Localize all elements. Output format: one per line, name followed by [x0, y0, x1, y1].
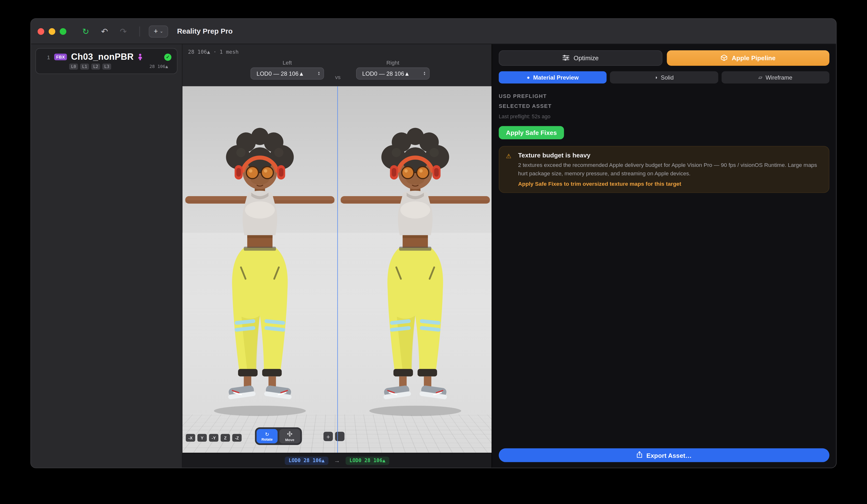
character-icon: [138, 54, 143, 60]
titlebar: ↻ ↶ ↷ + ⌄ Reality Prep Pro: [31, 19, 836, 44]
axis-buttons: -X Y -Y Z -Z: [186, 434, 242, 442]
axis-button-y[interactable]: Y: [197, 434, 207, 442]
warning-body: 2 textures exceed the recommended Apple …: [518, 161, 820, 178]
rotate-icon: ↻: [265, 431, 269, 437]
apply-safe-fixes-link[interactable]: Apply Safe Fixes to trim oversized textu…: [518, 181, 822, 187]
wireframe-mode-button[interactable]: ▱ Wireframe: [721, 71, 829, 84]
minimize-window-button[interactable]: [49, 28, 55, 34]
usd-preflight-label: USD PREFLIGHT: [499, 93, 829, 99]
undo-button[interactable]: ↶: [97, 25, 111, 38]
zoom-window-button[interactable]: [60, 28, 66, 34]
material-preview-button[interactable]: ● Material Preview: [499, 71, 607, 84]
asset-sidebar: 1 FBX Ch03_nonPBR ✓ L0 L1 L2 L3 28 106▲: [31, 44, 182, 468]
left-pane-label: Left: [250, 60, 324, 66]
undo-icon: ↶: [101, 26, 108, 36]
sliders-icon: [563, 54, 570, 62]
cube-icon: [721, 54, 728, 62]
last-preflight-timestamp: Last preflight: 52s ago: [499, 114, 829, 119]
redo-button[interactable]: ↷: [116, 25, 130, 38]
viewport-column: 28 106▲ · 1 mesh Left LOD0 — 28 106▲ ▲▼: [182, 44, 492, 468]
lod-badge-l1: L1: [80, 64, 89, 69]
triangle-count: 28 106▲: [150, 64, 168, 69]
arrow-right-icon: →: [334, 457, 340, 464]
lod-badge-l0: L0: [69, 64, 78, 69]
viewport-footer: LOD0 28 106▲ → LOD0 28 106▲: [182, 453, 492, 468]
right-lod-chip: LOD0 28 106▲: [346, 457, 389, 464]
toolbar-separator: [139, 26, 140, 36]
warning-title: Texture budget is heavy: [518, 152, 822, 159]
axis-button-negx[interactable]: -X: [186, 434, 195, 442]
optimize-tab-button[interactable]: Optimize: [499, 50, 663, 66]
right-pane-label: Right: [356, 60, 430, 66]
half-circle-icon: ◑: [654, 75, 657, 80]
right-lod-select[interactable]: LOD0 — 28 106▲ ▲▼: [356, 67, 430, 79]
left-lod-chip: LOD0 28 106▲: [285, 457, 329, 464]
traffic-lights: [38, 28, 66, 34]
solid-mode-button[interactable]: ◑ Solid: [610, 71, 718, 84]
character-model-right: [338, 124, 492, 422]
asset-index: 1: [47, 54, 50, 60]
chevron-updown-icon: ▲▼: [423, 71, 426, 76]
filled-circle-icon: ●: [527, 75, 530, 80]
viewport-left-pane[interactable]: [182, 86, 337, 453]
inspector-panel: Optimize Apple Pipeline ● Material Previ…: [492, 44, 836, 468]
apply-safe-fixes-button[interactable]: Apply Safe Fixes: [499, 126, 564, 139]
desktop: ↻ ↶ ↷ + ⌄ Reality Prep Pro 1 FBX Ch03_no…: [0, 0, 867, 504]
share-icon: [636, 451, 643, 459]
axis-button-negz[interactable]: -Z: [232, 434, 242, 442]
lod-badge-l3: L3: [102, 64, 111, 69]
viewport-header: 28 106▲ · 1 mesh Left LOD0 — 28 106▲ ▲▼: [182, 44, 492, 86]
chevron-updown-icon: ▲▼: [318, 71, 320, 76]
asset-ok-badge: ✓: [164, 53, 172, 61]
check-icon: ✓: [166, 54, 170, 60]
3d-viewport[interactable]: -X Y -Y Z -Z ↻ Rotate: [182, 86, 492, 453]
move-tool-button[interactable]: Move: [279, 429, 300, 443]
add-asset-button[interactable]: + ⌄: [149, 25, 168, 37]
right-lod-value: LOD0 — 28 106▲: [362, 70, 410, 77]
clipped-view-button[interactable]: [335, 432, 344, 441]
axis-button-z[interactable]: Z: [221, 434, 230, 442]
export-asset-button[interactable]: Export Asset…: [499, 448, 829, 462]
axis-button-negy[interactable]: -Y: [209, 434, 218, 442]
apple-pipeline-tab-button[interactable]: Apple Pipeline: [667, 50, 829, 66]
left-lod-select[interactable]: LOD0 — 28 106▲ ▲▼: [250, 67, 324, 79]
gizmo-toolbar: ↻ Rotate Move: [255, 427, 302, 445]
warning-icon: ⚠: [506, 152, 516, 187]
asset-name: Ch03_nonPBR: [71, 52, 134, 62]
mesh-stats: 28 106▲ · 1 mesh: [182, 44, 492, 58]
lod-badge-l2: L2: [91, 64, 100, 69]
format-badge: FBX: [54, 54, 67, 60]
app-window: ↻ ↶ ↷ + ⌄ Reality Prep Pro 1 FBX Ch03_no…: [31, 18, 837, 468]
viewport-right-pane[interactable]: [338, 86, 492, 453]
wireframe-icon: ▱: [758, 75, 762, 80]
app-title: Reality Prep Pro: [177, 27, 233, 35]
left-lod-value: LOD0 — 28 106▲: [257, 70, 304, 77]
rotate-tool-button[interactable]: ↻ Rotate: [257, 429, 278, 443]
texture-budget-warning-card: ⚠ Texture budget is heavy 2 textures exc…: [499, 146, 829, 193]
refresh-icon: ↻: [82, 26, 89, 36]
move-icon: [287, 431, 292, 438]
selected-asset-label: SELECTED ASSET: [499, 103, 829, 109]
redo-icon: ↷: [120, 26, 127, 36]
add-view-button[interactable]: +: [323, 432, 333, 441]
refresh-button[interactable]: ↻: [79, 25, 93, 38]
asset-list-item[interactable]: 1 FBX Ch03_nonPBR ✓ L0 L1 L2 L3 28 106▲: [35, 48, 177, 74]
chevron-down-icon: ⌄: [160, 29, 163, 34]
compare-divider[interactable]: [337, 86, 338, 453]
plus-icon: +: [153, 28, 158, 35]
vs-label: vs: [332, 74, 343, 80]
character-model-left: [182, 124, 337, 422]
close-window-button[interactable]: [38, 28, 44, 34]
